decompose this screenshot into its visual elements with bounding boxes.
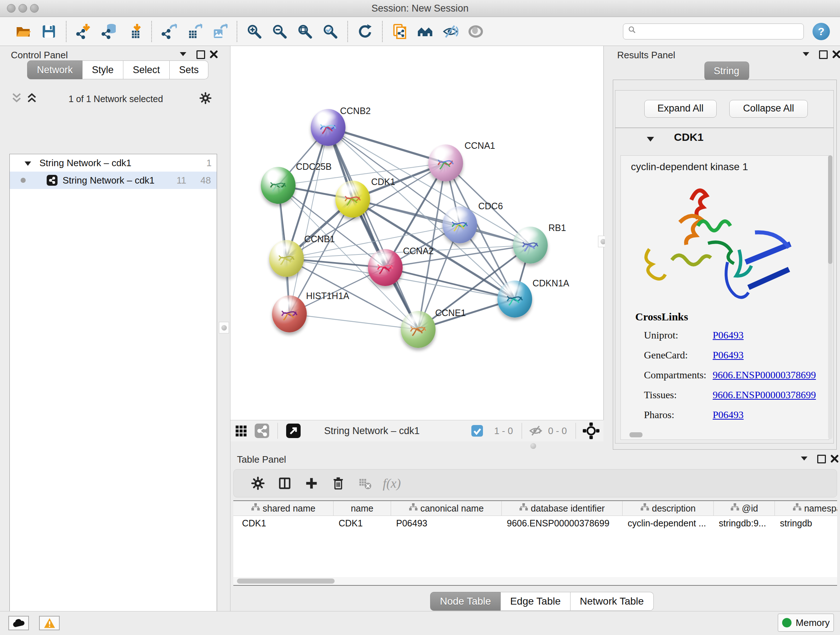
crosslink-value-link[interactable]: P06493 — [713, 329, 744, 341]
export-image-icon[interactable] — [207, 20, 232, 43]
table-divider-handle[interactable] — [531, 443, 536, 449]
network-node-cdc25b[interactable] — [261, 167, 295, 204]
control-panel-divider-handle[interactable] — [219, 322, 229, 333]
network-node-ccne1[interactable] — [401, 311, 436, 348]
crosslink-value-link[interactable]: P06493 — [713, 349, 744, 361]
tab-sets[interactable]: Sets — [170, 60, 208, 79]
table-panel-menu-icon[interactable] — [800, 455, 808, 463]
birds-eye-crosshair-icon[interactable] — [581, 420, 601, 442]
gene-section-collapse-icon[interactable] — [646, 136, 654, 144]
import-network-from-database-icon[interactable] — [96, 20, 122, 43]
network-node-ccna1[interactable] — [428, 144, 463, 181]
table-cell[interactable]: cyclin-dependent ... — [622, 516, 714, 530]
results-panel-close-icon[interactable] — [832, 50, 840, 60]
network-node-ccnb1[interactable] — [269, 240, 304, 277]
refresh-icon[interactable] — [352, 20, 378, 43]
open-session-icon[interactable] — [11, 20, 36, 43]
table-row[interactable]: CDK1CDK1P064939606.ENSP00000378699cyclin… — [233, 516, 837, 530]
memory-button[interactable]: Memory — [778, 614, 834, 632]
add-column-icon[interactable] — [298, 472, 325, 494]
zoom-in-icon[interactable] — [242, 20, 267, 43]
search-input[interactable] — [638, 26, 792, 37]
crosslink-value-link[interactable]: 9606.ENSP00000378699 — [713, 369, 816, 381]
table-cell[interactable]: CDK1 — [333, 516, 391, 530]
share-document-icon[interactable] — [387, 20, 412, 43]
column-header-shared-name[interactable]: shared name — [233, 501, 333, 516]
collection-expand-icon[interactable] — [24, 157, 32, 169]
results-panel-float-icon[interactable] — [819, 50, 828, 59]
zoom-out-icon[interactable] — [267, 20, 292, 43]
results-scrollbar[interactable] — [828, 155, 832, 439]
details-scrollbar-thumb[interactable] — [630, 432, 643, 437]
table-panel-float-icon[interactable] — [817, 455, 826, 463]
network-collection-row[interactable]: String Network – cdk1 1 — [10, 154, 217, 172]
tab-style[interactable]: Style — [82, 60, 123, 79]
network-node-cdc6[interactable] — [442, 206, 477, 243]
table-cell[interactable]: 9606.ENSP00000378699 — [502, 516, 622, 530]
column-header--id[interactable]: @id — [714, 501, 775, 516]
table-cell[interactable]: stringdb:9... — [714, 516, 775, 530]
control-panel-menu-icon[interactable] — [179, 51, 187, 58]
expand-all-networks-icon[interactable] — [26, 93, 38, 105]
table-cell[interactable]: P06493 — [391, 516, 502, 530]
string-homes-icon[interactable] — [412, 20, 438, 43]
help-button[interactable]: ? — [813, 23, 830, 40]
cloud-button[interactable] — [8, 616, 29, 630]
network-node-ccna2[interactable] — [368, 249, 403, 286]
table-hscrollbar[interactable] — [233, 577, 837, 585]
save-session-icon[interactable] — [36, 20, 62, 43]
network-view[interactable]: CCNB2 CCNA1 CDC25B CDK1 CDC6 RB1 CCNB1 C… — [231, 46, 604, 420]
control-panel-float-icon[interactable] — [196, 50, 205, 59]
import-table-icon[interactable] — [122, 20, 147, 43]
zoom-fit-icon[interactable] — [292, 20, 317, 43]
edge-layer — [231, 46, 603, 420]
network-node-rb1[interactable] — [513, 226, 548, 264]
export-table-icon[interactable] — [182, 20, 207, 43]
network-overview-share-icon[interactable] — [251, 420, 272, 442]
tab-string[interactable]: String — [704, 62, 749, 80]
column-header-name[interactable]: name — [333, 501, 391, 516]
table-cell[interactable]: stringdb — [775, 516, 837, 530]
network-options-gear-icon[interactable] — [199, 92, 212, 106]
table-settings-gear-icon[interactable] — [245, 472, 271, 494]
tab-select[interactable]: Select — [123, 60, 170, 79]
column-header-database-identifier[interactable]: database identifier — [502, 501, 622, 516]
memory-status-dot — [782, 618, 791, 627]
selected-checkbox-icon[interactable] — [464, 420, 491, 442]
warnings-button[interactable] — [39, 616, 60, 630]
crosslink-value-link[interactable]: P06493 — [713, 409, 744, 421]
search-field[interactable] — [623, 24, 804, 40]
tab-node-table[interactable]: Node Table — [430, 592, 501, 611]
hidden-eye-icon[interactable] — [527, 420, 545, 442]
import-network-icon[interactable] — [71, 20, 96, 43]
hide-unhide-icon[interactable] — [438, 20, 463, 43]
grid-view-icon[interactable] — [231, 420, 251, 442]
tab-network[interactable]: Network — [27, 60, 82, 79]
crosslink-value-link[interactable]: 9606.ENSP00000378699 — [713, 389, 816, 401]
function-builder-icon[interactable]: f(x) — [378, 472, 405, 494]
zoom-selected-icon[interactable] — [317, 20, 343, 43]
table-cell[interactable]: CDK1 — [233, 516, 333, 530]
network-row[interactable]: String Network – cdk1 11 48 — [10, 172, 217, 189]
column-header-canonical-name[interactable]: canonical name — [391, 501, 502, 516]
table-hscrollbar-thumb[interactable] — [237, 578, 335, 584]
network-node-cdk1[interactable] — [335, 181, 370, 218]
export-network-icon[interactable] — [156, 20, 182, 43]
tab-network-table[interactable]: Network Table — [570, 592, 654, 611]
column-header-description[interactable]: description — [622, 501, 714, 516]
column-header-namespace[interactable]: namespace — [775, 501, 837, 516]
clear-table-icon[interactable] — [352, 472, 378, 494]
results-panel-menu-icon[interactable] — [802, 51, 810, 58]
delete-column-icon[interactable] — [325, 472, 352, 494]
network-node-hist1h1a[interactable] — [272, 295, 307, 333]
table-panel-close-icon[interactable] — [831, 455, 838, 464]
collapse-all-button[interactable]: Collapse All — [729, 100, 808, 118]
collapse-all-networks-icon[interactable] — [11, 93, 22, 105]
tab-edge-table[interactable]: Edge Table — [501, 592, 570, 611]
expand-all-button[interactable]: Expand All — [644, 100, 717, 118]
network-node-cdkn1a[interactable] — [497, 280, 532, 318]
open-in-new-window-icon[interactable] — [283, 420, 304, 442]
visibility-icon[interactable] — [463, 20, 488, 43]
control-panel-close-icon[interactable] — [210, 50, 218, 60]
show-columns-icon[interactable] — [271, 472, 298, 494]
